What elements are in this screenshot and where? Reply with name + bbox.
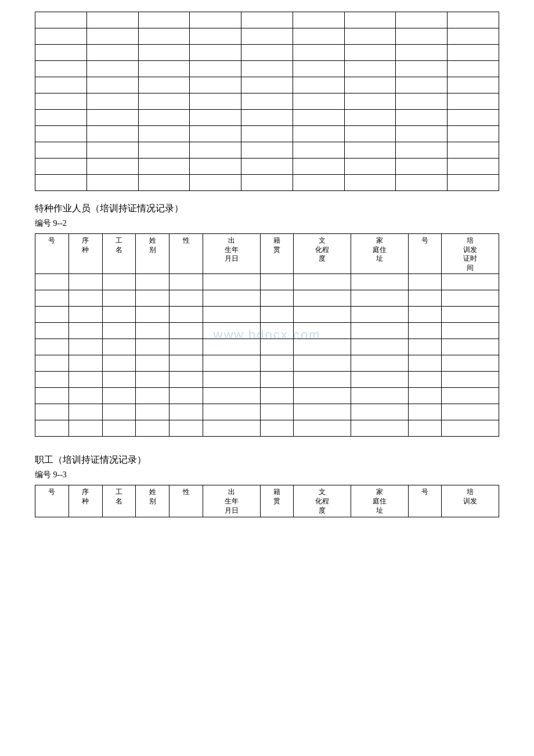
table-cell	[136, 404, 169, 420]
table-cell	[190, 77, 241, 93]
table-cell	[351, 355, 408, 372]
table-cell	[351, 420, 408, 437]
table-cell	[260, 307, 294, 323]
table-cell	[241, 142, 293, 159]
table-cell	[203, 290, 260, 307]
table-cell	[293, 45, 344, 61]
table-cell	[102, 307, 136, 323]
table-row	[35, 77, 499, 93]
table-cell	[396, 93, 448, 110]
col-hao2: 号	[408, 485, 442, 517]
table-row	[35, 175, 499, 191]
table-cell	[138, 12, 190, 28]
col-xing: 性	[169, 234, 203, 274]
table-cell	[294, 372, 351, 388]
table-cell	[448, 93, 499, 110]
table-cell	[138, 61, 190, 77]
table-cell	[241, 159, 293, 175]
table-cell	[294, 404, 351, 420]
section2-title: 职工（培训持证情况记录）	[35, 454, 499, 466]
table-cell	[241, 175, 293, 191]
table-cell	[190, 126, 241, 142]
table-cell	[396, 12, 448, 28]
table-cell	[448, 159, 499, 175]
section1-number: 编号 9--2	[35, 218, 499, 229]
table-cell	[448, 12, 499, 28]
table-cell	[260, 290, 294, 307]
table-row	[35, 159, 499, 175]
table-cell	[442, 307, 499, 323]
table-cell	[260, 274, 294, 290]
table-row	[35, 420, 499, 437]
table-cell	[351, 388, 408, 404]
table-cell	[68, 388, 102, 404]
table-cell	[86, 12, 138, 28]
table-cell	[138, 77, 190, 93]
table-cell	[396, 28, 448, 45]
table-cell	[35, 339, 69, 355]
table-cell	[190, 28, 241, 45]
table-cell	[294, 339, 351, 355]
table-cell	[86, 142, 138, 159]
table-cell	[138, 175, 190, 191]
table-cell	[35, 175, 87, 191]
table-cell	[241, 28, 293, 45]
table-cell	[203, 404, 260, 420]
table-cell	[102, 290, 136, 307]
table-cell	[136, 290, 169, 307]
table-cell	[169, 274, 203, 290]
table-cell	[35, 323, 69, 339]
table-cell	[260, 339, 294, 355]
table-cell	[35, 126, 87, 142]
table-cell	[448, 126, 499, 142]
table-cell	[136, 339, 169, 355]
table-cell	[293, 110, 344, 126]
col-xu-zhong: 序种	[68, 234, 102, 274]
table-cell	[448, 110, 499, 126]
table-cell	[293, 61, 344, 77]
table-cell	[68, 420, 102, 437]
table-cell	[169, 290, 203, 307]
table-cell	[138, 45, 190, 61]
table-cell	[203, 274, 260, 290]
table-cell	[136, 323, 169, 339]
table-cell	[396, 77, 448, 93]
table-cell	[396, 142, 448, 159]
table-cell	[203, 307, 260, 323]
table-cell	[260, 355, 294, 372]
table-cell	[35, 420, 69, 437]
table-cell	[351, 339, 408, 355]
table-cell	[169, 404, 203, 420]
col-wenhua: 文化程度	[294, 234, 351, 274]
table-cell	[35, 110, 87, 126]
table-row	[35, 388, 499, 404]
table-cell	[169, 355, 203, 372]
table-cell	[408, 420, 442, 437]
table-cell	[408, 404, 442, 420]
table-cell	[408, 274, 442, 290]
table-cell	[344, 110, 396, 126]
col-hao: 号	[35, 234, 69, 274]
table-cell	[86, 28, 138, 45]
col-hao: 号	[35, 485, 69, 517]
table-cell	[294, 290, 351, 307]
table-cell	[169, 323, 203, 339]
table-cell	[86, 175, 138, 191]
table-row	[35, 339, 499, 355]
table-row	[35, 274, 499, 290]
table-cell	[190, 45, 241, 61]
table-cell	[35, 12, 87, 28]
table-cell	[408, 290, 442, 307]
table-cell	[169, 388, 203, 404]
table-cell	[448, 175, 499, 191]
table-cell	[68, 339, 102, 355]
table-cell	[293, 175, 344, 191]
table-cell	[136, 307, 169, 323]
table-cell	[35, 290, 69, 307]
table-cell	[35, 93, 87, 110]
table-cell	[35, 307, 69, 323]
table-cell	[442, 372, 499, 388]
col-peixun: 培训发证时间	[442, 234, 499, 274]
table-cell	[241, 77, 293, 93]
table-cell	[136, 355, 169, 372]
